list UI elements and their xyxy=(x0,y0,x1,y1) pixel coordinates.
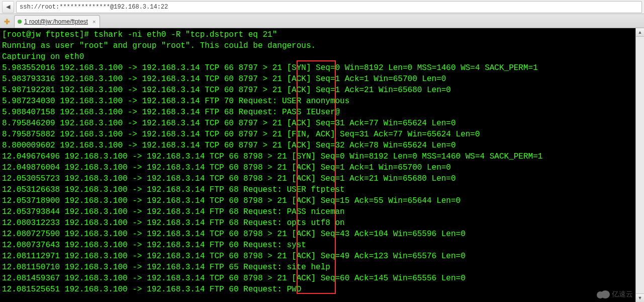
chevron-down-icon: ▼ xyxy=(638,295,642,300)
nav-back-button[interactable]: ◀ xyxy=(2,1,14,13)
cloud-icon xyxy=(597,290,610,298)
scroll-up-button[interactable]: ▲ xyxy=(636,28,644,37)
address-bar: ◀ xyxy=(0,0,644,14)
terminal-area[interactable]: [root@jw ftptest]# tshark -ni eth0 -R "t… xyxy=(0,28,644,302)
back-chevron-icon: ◀ xyxy=(6,4,10,10)
address-input[interactable] xyxy=(16,1,642,13)
watermark: 亿速云 xyxy=(597,290,633,299)
plus-icon: ✚ xyxy=(4,18,10,26)
status-connected-icon xyxy=(18,20,22,24)
chevron-up-icon: ▲ xyxy=(638,30,642,35)
tab-strip: ✚ 1 root@jw:/home/ftptest × xyxy=(0,14,644,28)
add-tab-button[interactable]: ✚ xyxy=(3,18,11,26)
session-tab[interactable]: 1 root@jw:/home/ftptest × xyxy=(14,15,100,28)
tab-title: 1 root@jw:/home/ftptest xyxy=(24,18,88,25)
close-tab-button[interactable]: × xyxy=(93,19,96,25)
terminal-output: [root@jw ftptest]# tshark -ni eth0 -R "t… xyxy=(0,28,644,296)
scroll-down-button[interactable]: ▼ xyxy=(636,293,644,302)
watermark-text: 亿速云 xyxy=(612,290,633,299)
vertical-scrollbar[interactable]: ▲ ▼ xyxy=(635,28,644,302)
